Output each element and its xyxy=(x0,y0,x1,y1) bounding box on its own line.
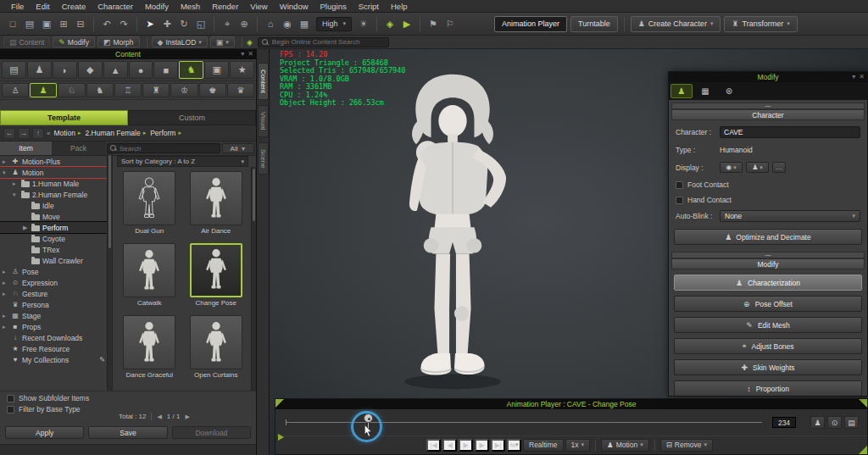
apply-button[interactable]: Apply xyxy=(5,426,84,439)
thumbnail-dual-gun[interactable]: Dual Gun xyxy=(120,171,179,235)
hand-contact-checkbox-row[interactable]: Hand Contact xyxy=(669,196,867,204)
tree-item-props[interactable]: ▸■Props xyxy=(0,321,112,332)
tree-item-expression[interactable]: ▸☺Expression xyxy=(0,277,112,288)
tree-item-trex[interactable]: TRex xyxy=(0,244,112,255)
pose-offset-button[interactable]: ⊕Pose Offset xyxy=(674,296,862,312)
tree-item-move[interactable]: Move xyxy=(0,211,112,222)
content-panel-titlebar[interactable]: Content ▾ ✕ xyxy=(0,49,256,59)
menu-file[interactable]: File xyxy=(5,1,30,12)
tree-item-persona[interactable]: ♛Persona xyxy=(0,299,112,310)
section-header-modify[interactable]: Modify xyxy=(671,258,865,269)
flag-outline-icon[interactable]: ⚐ xyxy=(442,16,459,32)
filter-motion-icon[interactable]: ♟ xyxy=(30,83,57,97)
tree-item-stage[interactable]: ▸▦Stage xyxy=(0,310,112,321)
hat-category-icon[interactable]: ● xyxy=(129,61,153,79)
close-icon[interactable]: ✕ xyxy=(859,73,865,80)
tree-item-free-resource[interactable]: ★Free Resource xyxy=(0,343,112,354)
display-more-button[interactable]: … xyxy=(772,162,786,173)
side-tab-scene[interactable]: Scene xyxy=(258,142,269,175)
download-button[interactable]: Download xyxy=(172,426,251,439)
tree-item-perform[interactable]: ▶Perform xyxy=(0,222,112,233)
checkbox-icon[interactable] xyxy=(676,197,683,204)
filter-prop-icon[interactable]: ♚ xyxy=(199,83,226,97)
animation-player-titlebar[interactable]: Animation Player : CAVE - Change Pose xyxy=(275,399,867,409)
redo-icon[interactable]: ↷ xyxy=(115,16,132,32)
tree-item-my-collections[interactable]: ♥My Collections✎ xyxy=(0,354,112,365)
remove-dropdown[interactable]: ⊟ Remove ▾ xyxy=(660,439,713,452)
menu-plugins[interactable]: Plugins xyxy=(314,1,353,12)
camera-view-icon[interactable]: ◉ xyxy=(279,16,296,32)
menu-character[interactable]: Character xyxy=(92,1,139,12)
expand-arrow-icon[interactable]: ▸ xyxy=(3,291,8,297)
thumbnail-scrollbar[interactable] xyxy=(251,167,256,391)
move-tool-icon[interactable]: ✚ xyxy=(159,16,175,32)
online-content-search[interactable] xyxy=(258,37,389,47)
menu-script[interactable]: Script xyxy=(353,1,385,12)
close-icon[interactable]: ✕ xyxy=(248,50,253,58)
pivot-tool-icon[interactable]: ⌖ xyxy=(219,16,236,32)
tree-item-motion-plus[interactable]: ▸✚Motion-Plus xyxy=(0,156,112,167)
expand-arrow-icon[interactable]: ▾ xyxy=(3,169,8,176)
play-button[interactable]: ▶ xyxy=(459,439,473,452)
characterization-button[interactable]: ♟Characterization xyxy=(674,275,862,291)
select-tool-icon[interactable]: ➤ xyxy=(142,16,159,32)
menu-create[interactable]: Create xyxy=(56,1,92,12)
sort-dropdown[interactable]: Sort by Category : A to Z ▾ xyxy=(117,156,248,167)
up-arrow-icon[interactable]: ↑ xyxy=(32,128,44,139)
pin-icon[interactable]: ▾ xyxy=(241,50,244,58)
playback-speed-select[interactable]: 1x ▾ xyxy=(565,439,591,452)
render-image-icon[interactable]: ◈ xyxy=(381,16,398,32)
resize-grip-left[interactable] xyxy=(275,399,284,408)
breadcrumb-item-human-female[interactable]: 2.Human Female▸ xyxy=(84,129,147,137)
collapse-section-bar[interactable]: — xyxy=(671,252,865,258)
glove-category-icon[interactable]: ◆ xyxy=(78,61,103,79)
menu-window[interactable]: Window xyxy=(274,1,314,12)
checkbox-icon[interactable] xyxy=(676,181,683,189)
skin-weights-button[interactable]: ✚Skin Weights xyxy=(674,359,862,375)
modify-panel-titlebar[interactable]: Modify ▾ ✕ xyxy=(669,72,867,82)
clip-avatar-icon[interactable]: ♟ xyxy=(810,416,825,429)
edit-collections-icon[interactable]: ✎ xyxy=(99,356,105,363)
time-setting-icon[interactable]: ⊙ xyxy=(827,416,842,429)
collapse-breadcrumb-icon[interactable]: « xyxy=(47,130,50,137)
collapse-section-bar[interactable]: — xyxy=(671,103,865,109)
show-subfolder-checkbox-row[interactable]: Show Subfolder Items xyxy=(0,394,89,402)
undo-icon[interactable]: ↶ xyxy=(98,16,115,32)
scrollbar-thumb[interactable] xyxy=(108,155,111,248)
breadcrumb-item-motion[interactable]: Motion▸ xyxy=(53,129,81,137)
tree-item-motion[interactable]: ▾♟Motion xyxy=(0,167,112,178)
filter-neutral-icon[interactable]: ♖ xyxy=(114,83,142,97)
physics-tab-icon[interactable]: ⊛ xyxy=(718,84,740,98)
outfit-category-icon[interactable]: ◗ xyxy=(53,61,77,79)
menu-edit[interactable]: Edit xyxy=(30,1,55,12)
tree-item-pose[interactable]: ▸♙Pose xyxy=(0,266,112,277)
playhead-knob-icon[interactable] xyxy=(364,413,373,423)
autoblink-select[interactable]: None ▾ xyxy=(720,210,860,222)
forward-arrow-icon[interactable]: → xyxy=(18,128,30,139)
tree-item-recent-downloads[interactable]: ↓Recent Downloads xyxy=(0,332,112,343)
display-mode-dropdown[interactable]: ♟ ▾ xyxy=(746,162,769,173)
home-view-icon[interactable]: ⌂ xyxy=(262,16,279,32)
filter-female-icon[interactable]: ♞ xyxy=(86,83,114,97)
previous-frame-button[interactable]: ◀ xyxy=(442,439,457,452)
save-project-icon[interactable]: ▣ xyxy=(38,16,55,32)
filter-creature-icon[interactable]: ♔ xyxy=(170,83,198,97)
tree-item-wall-crawler[interactable]: Wall Crawler xyxy=(0,255,112,266)
breadcrumb-item-perform[interactable]: Perform▸ xyxy=(149,129,182,137)
tab-custom[interactable]: Custom xyxy=(128,110,256,125)
resize-grip-right[interactable] xyxy=(859,399,867,408)
thumbnail-dance-graceful[interactable]: Dance Graceful xyxy=(120,315,179,379)
side-tab-visual[interactable]: Visual xyxy=(258,105,269,137)
character-model[interactable] xyxy=(370,68,536,400)
thumbnail-open-curtains[interactable]: Open Curtains xyxy=(187,315,246,379)
tree-item-gesture[interactable]: ▸♘Gesture xyxy=(0,288,112,299)
menu-render[interactable]: Render xyxy=(206,1,244,12)
tab-template[interactable]: Template xyxy=(0,110,128,125)
pin-icon[interactable]: ▾ xyxy=(852,73,855,80)
expand-arrow-icon[interactable]: ▸ xyxy=(3,280,8,286)
adjust-bones-button[interactable]: ⌖Adjust Bones xyxy=(674,338,862,354)
menu-mesh[interactable]: Mesh xyxy=(175,1,206,12)
current-frame-field[interactable]: 234 xyxy=(772,417,796,428)
transformer-button[interactable]: ♜ Transformer ▾ xyxy=(724,16,797,32)
previous-page-icon[interactable]: ◀ xyxy=(157,413,161,420)
